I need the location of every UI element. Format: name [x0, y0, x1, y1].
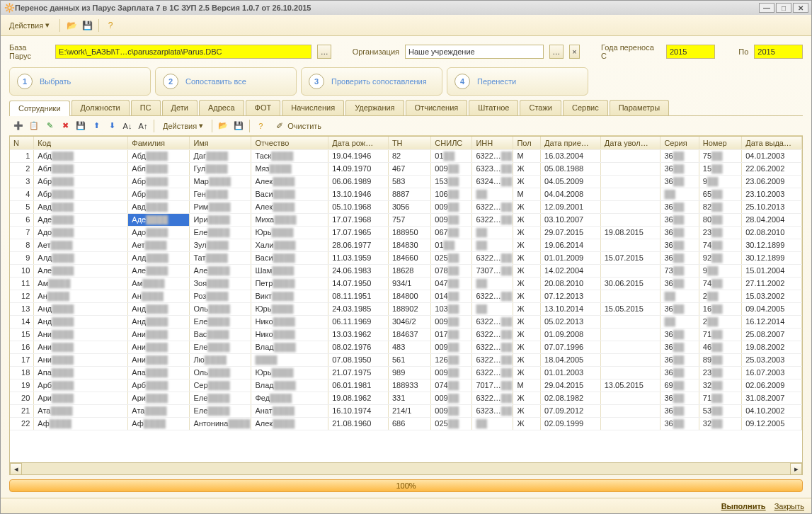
tab-2[interactable]: ПС — [131, 100, 161, 115]
help2-icon[interactable]: ? — [254, 120, 267, 132]
year-to-input[interactable]: 2015 — [754, 45, 803, 59]
step-1[interactable]: 1Выбрать — [9, 67, 151, 96]
col-header[interactable]: Отчество — [251, 137, 328, 149]
col-header[interactable]: СНИЛС — [431, 137, 472, 149]
tab-7[interactable]: Удержания — [345, 100, 404, 115]
table-row[interactable]: 6Аде████Аде████Ири████Миха████17.07.1968… — [10, 213, 802, 226]
col-header[interactable]: Дата рож… — [328, 137, 389, 149]
help-icon[interactable]: ? — [105, 20, 116, 31]
tab-6[interactable]: Начисления — [282, 100, 344, 115]
save-icon[interactable]: 💾 — [81, 20, 93, 31]
run-link[interactable]: Выполнить — [721, 502, 766, 510]
table-row[interactable]: 17Ани████Ани████Лю████████07.08.19505611… — [10, 353, 802, 366]
col-header[interactable]: Фамилия — [128, 137, 190, 149]
table-row[interactable]: 22Аф████Аф████Антонина████Алек████21.08.… — [10, 417, 802, 430]
table-row[interactable]: 5Авд████Авд████Рим████Алек████05.10.1968… — [10, 200, 802, 213]
sort-asc-icon[interactable]: A↓ — [121, 120, 134, 132]
base-path-browse-button[interactable]: … — [317, 45, 331, 59]
col-header[interactable]: ТН — [388, 137, 430, 149]
col-header[interactable]: Номер — [699, 137, 741, 149]
table-row[interactable]: 3Абр████Абр████Мар████Алек████06.06.1989… — [10, 175, 802, 188]
table-row[interactable]: 4Абр████Абр████Ген████Васи████13.10.1946… — [10, 188, 802, 200]
cell: 103██ — [431, 302, 472, 315]
up-icon[interactable]: ⬆ — [90, 120, 103, 132]
tab-5[interactable]: ФОТ — [246, 100, 281, 115]
org-input[interactable]: Наше учреждение — [405, 45, 544, 59]
cell: 2██ — [699, 290, 741, 302]
cell: 31.08.2007 — [742, 392, 802, 404]
chevron-down-icon: ▾ — [199, 121, 203, 130]
table-row[interactable]: 7Адо████Адо████Еле████Юрь████17.07.19651… — [10, 226, 802, 239]
open2-icon[interactable]: 📂 — [217, 120, 229, 132]
open-icon[interactable]: 📂 — [66, 20, 77, 31]
cell: 07.07.1996 — [541, 341, 601, 353]
refresh-icon[interactable]: 💾 — [74, 120, 87, 132]
minimize-button[interactable]: — — [759, 3, 774, 13]
tab-0[interactable]: Сотрудники — [9, 101, 70, 116]
cell: 017██ — [431, 328, 472, 341]
tab-11[interactable]: Сервис — [563, 100, 608, 115]
delete-icon[interactable]: ✖ — [59, 120, 72, 132]
maximize-button[interactable]: □ — [776, 3, 791, 13]
org-clear-button[interactable]: × — [569, 45, 581, 59]
tab-10[interactable]: Стажи — [520, 100, 561, 115]
table-row[interactable]: 9Алд████Алд████Тат████Васи████11.03.1959… — [10, 251, 802, 264]
grid-actions-menu[interactable]: Действия ▾ — [159, 120, 207, 132]
col-header[interactable]: Пол — [513, 137, 541, 149]
table-row[interactable]: 15Ани████Ани████Вас████Нико████13.03.196… — [10, 328, 802, 341]
tab-4[interactable]: Адреса — [199, 100, 244, 115]
step-2[interactable]: 2Сопоставить все — [155, 67, 297, 96]
col-header[interactable]: N — [10, 137, 34, 149]
col-header[interactable]: Дата прие… — [541, 137, 601, 149]
year-from-input[interactable]: 2015 — [666, 45, 715, 59]
app-icon: 🔆 — [4, 2, 15, 13]
tab-9[interactable]: Штатное — [469, 100, 518, 115]
down-icon[interactable]: ⬇ — [105, 120, 118, 132]
copy-icon[interactable]: 📋 — [28, 120, 40, 132]
table-row[interactable]: 18Апа████Апа████Оль████Юрь████21.07.1975… — [10, 366, 802, 379]
scroll-left-icon[interactable]: ◂ — [10, 463, 22, 475]
add-icon[interactable]: ➕ — [12, 120, 25, 132]
table-row[interactable]: 20Ари████Ари████Еле████Фед████19.08.1962… — [10, 392, 802, 404]
step-4[interactable]: 4Перенести — [447, 67, 588, 96]
cell: 331 — [388, 392, 430, 404]
tab-1[interactable]: Должности — [72, 100, 130, 115]
clear-button[interactable]: ✐ Очистить — [270, 119, 326, 133]
tab-3[interactable]: Дети — [162, 100, 198, 115]
tab-8[interactable]: Отчисления — [406, 100, 468, 115]
table-row[interactable]: 16Ани████Ани████Еле████Влад████08.02.197… — [10, 341, 802, 353]
clear-label: Очистить — [287, 122, 321, 130]
cell: 09.04.2005 — [742, 302, 802, 315]
col-header[interactable]: Дата выда… — [742, 137, 802, 149]
tab-12[interactable]: Параметры — [610, 100, 670, 115]
col-header[interactable]: Имя — [190, 137, 251, 149]
col-header[interactable]: Код — [34, 137, 128, 149]
table-row[interactable]: 14Анд████Анд████Еле████Нико████06.11.196… — [10, 315, 802, 328]
hscrollbar[interactable]: ◂ ▸ — [10, 462, 802, 474]
table-row[interactable]: 21Ата████Ата████Еле████Анат████16.10.197… — [10, 404, 802, 417]
cell: 2 — [10, 162, 34, 175]
cell — [600, 213, 661, 226]
grid[interactable]: NКодФамилияИмяОтчествоДата рож…ТНСНИЛСИН… — [10, 137, 802, 462]
table-row[interactable]: 13Анд████Анд████Оль████Юрь████24.03.1985… — [10, 302, 802, 315]
close-link[interactable]: Закрыть — [774, 502, 804, 510]
table-row[interactable]: 1Абд████Абд████Даг████Таск████19.04.1946… — [10, 149, 802, 162]
edit-icon[interactable]: ✎ — [43, 120, 56, 132]
close-button[interactable]: ✕ — [793, 3, 808, 13]
scroll-right-icon[interactable]: ▸ — [790, 463, 802, 475]
table-row[interactable]: 11Ам████Ам████Зоя████Петр████14.07.19509… — [10, 277, 802, 290]
table-row[interactable]: 2Абл████Абл████Гул████Мяз████14.09.19704… — [10, 162, 802, 175]
col-header[interactable]: Серия — [661, 137, 699, 149]
sort-desc-icon[interactable]: A↑ — [137, 120, 149, 132]
table-row[interactable]: 12Ан████Ан████Роз████Викт████08.11.19511… — [10, 290, 802, 302]
table-row[interactable]: 19Арб████Арб████Сер████Влад████06.01.198… — [10, 379, 802, 392]
table-row[interactable]: 8Ает████Ает████Зул████Хали████28.06.1977… — [10, 239, 802, 251]
table-row[interactable]: 10Але████Але████Але████Шам████24.06.1983… — [10, 264, 802, 277]
save2-icon[interactable]: 💾 — [232, 120, 245, 132]
col-header[interactable]: ИНН — [472, 137, 513, 149]
base-path-input[interactable]: E:\work\_БАЗЫ\Т…с\paruszarplata\Parus.DB… — [55, 45, 311, 59]
step-3[interactable]: 3Проверить сопоставления — [301, 67, 442, 96]
org-browse-button[interactable]: … — [549, 45, 564, 59]
col-header[interactable]: Дата увол… — [600, 137, 661, 149]
actions-menu[interactable]: Действия ▾ — [5, 19, 54, 31]
